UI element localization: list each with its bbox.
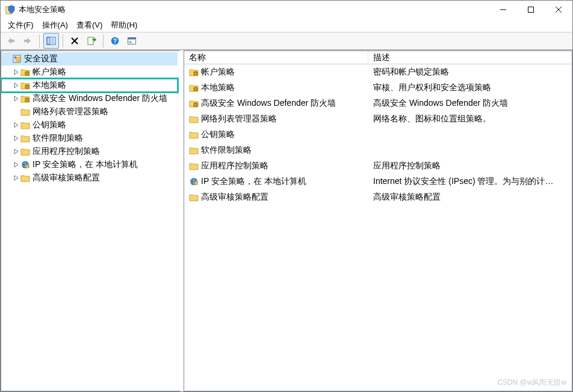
svg-rect-2 bbox=[528, 7, 534, 13]
tree-pane[interactable]: ▸ 安全设置 帐户策略本地策略高级安全 Windows Defender 防火墙… bbox=[1, 51, 180, 391]
list-cell-name: 应用程序控制策略 bbox=[184, 161, 368, 171]
tree-item-label: 高级安全 Windows Defender 防火墙 bbox=[33, 93, 167, 104]
tree-item[interactable]: 网络列表管理器策略 bbox=[1, 105, 178, 118]
list-row[interactable]: 高级审核策略配置高级审核策略配置 bbox=[184, 189, 572, 205]
tree-item[interactable]: 帐户策略 bbox=[1, 66, 178, 79]
tree-item[interactable]: IP 安全策略，在 本地计算机 bbox=[1, 158, 178, 171]
details-pane[interactable]: 名称 描述 帐户策略密码和帐户锁定策略本地策略审核、用户权利和安全选项策略高级安… bbox=[184, 51, 572, 391]
list-cell-desc: 审核、用户权利和安全选项策略 bbox=[368, 82, 572, 93]
svg-rect-14 bbox=[88, 37, 93, 44]
tree-item-label: 应用程序控制策略 bbox=[33, 146, 100, 157]
list-item-name: 公钥策略 bbox=[201, 129, 235, 140]
list-cell-desc: 应用程序控制策略 bbox=[368, 161, 572, 171]
list-row[interactable]: 高级安全 Windows Defender 防火墙高级安全 Windows De… bbox=[184, 96, 572, 111]
list-cell-name: 高级审核策略配置 bbox=[184, 192, 368, 203]
forward-button[interactable] bbox=[20, 33, 36, 49]
expand-chevron-icon[interactable] bbox=[12, 68, 20, 76]
folder-lock-icon bbox=[20, 94, 30, 103]
maximize-button[interactable] bbox=[517, 1, 545, 19]
list-cell-desc: 高级安全 Windows Defender 防火墙 bbox=[368, 98, 572, 109]
list-cell-desc: 高级审核策略配置 bbox=[368, 192, 572, 203]
folder-lock-icon bbox=[189, 99, 199, 108]
tree-root[interactable]: ▸ 安全设置 bbox=[1, 52, 178, 66]
toolbar-separator bbox=[103, 34, 104, 47]
list-item-name: 高级审核策略配置 bbox=[201, 192, 268, 203]
tree-item-label: 高级审核策略配置 bbox=[33, 173, 100, 183]
expand-chevron-icon[interactable] bbox=[12, 147, 20, 156]
console-root-icon bbox=[12, 54, 22, 64]
show-hide-tree-button[interactable] bbox=[43, 33, 59, 49]
list-row[interactable]: 软件限制策略 bbox=[184, 142, 572, 158]
svg-rect-6 bbox=[24, 40, 28, 42]
column-header-name[interactable]: 名称 bbox=[184, 51, 368, 64]
list-cell-desc: Internet 协议安全性 (IPsec) 管理。为与别的计… bbox=[368, 176, 572, 187]
tree-root-label: 安全设置 bbox=[24, 54, 58, 64]
svg-rect-30 bbox=[194, 72, 197, 75]
toolbar: ? bbox=[1, 32, 572, 50]
window-controls bbox=[489, 1, 572, 19]
menu-bar: 文件(F) 操作(A) 查看(V) 帮助(H) bbox=[1, 19, 572, 32]
list-cell-name: IP 安全策略，在 本地计算机 bbox=[184, 176, 368, 187]
expand-chevron-icon[interactable] bbox=[12, 174, 20, 182]
svg-rect-31 bbox=[194, 88, 197, 91]
app-icon bbox=[5, 5, 15, 14]
folder-icon bbox=[20, 133, 30, 143]
list-cell-name: 软件限制策略 bbox=[184, 145, 368, 156]
tree-item[interactable]: 高级安全 Windows Defender 防火墙 bbox=[1, 92, 178, 105]
folder-icon bbox=[189, 114, 199, 124]
window-title: 本地安全策略 bbox=[19, 4, 489, 15]
tree-item-label: 帐户策略 bbox=[33, 67, 66, 78]
list-item-name: 网络列表管理器策略 bbox=[201, 114, 277, 124]
tree-item[interactable]: 高级审核策略配置 bbox=[1, 171, 178, 185]
folder-icon bbox=[189, 130, 199, 139]
list-row[interactable]: 应用程序控制策略应用程序控制策略 bbox=[184, 158, 572, 174]
folder-lock-icon bbox=[189, 83, 199, 93]
list-row[interactable]: 网络列表管理器策略网络名称、图标和位置组策略。 bbox=[184, 111, 572, 127]
svg-rect-8 bbox=[47, 37, 50, 44]
list-row[interactable]: IP 安全策略，在 本地计算机Internet 协议安全性 (IPsec) 管理… bbox=[184, 174, 572, 189]
menu-view[interactable]: 查看(V) bbox=[73, 19, 106, 32]
toolbar-separator bbox=[63, 34, 63, 47]
help-button[interactable]: ? bbox=[107, 33, 123, 49]
list-row[interactable]: 公钥策略 bbox=[184, 127, 572, 142]
list-cell-name: 帐户策略 bbox=[184, 67, 368, 78]
column-header-desc[interactable]: 描述 bbox=[368, 51, 572, 64]
list-item-name: IP 安全策略，在 本地计算机 bbox=[201, 176, 306, 187]
list-cell-name: 网络列表管理器策略 bbox=[184, 114, 368, 124]
menu-help[interactable]: 帮助(H) bbox=[107, 19, 141, 32]
tree-item[interactable]: 应用程序控制策略 bbox=[1, 145, 178, 158]
close-button[interactable] bbox=[545, 1, 572, 19]
properties-button[interactable] bbox=[124, 33, 140, 49]
expand-chevron-icon[interactable] bbox=[12, 134, 20, 142]
tree-item[interactable]: 软件限制策略 bbox=[1, 132, 178, 145]
folder-icon bbox=[20, 147, 30, 156]
export-list-button[interactable] bbox=[84, 33, 99, 49]
expand-chevron-icon[interactable] bbox=[12, 81, 20, 90]
ipsec-icon bbox=[189, 177, 199, 186]
folder-lock-icon bbox=[20, 81, 30, 90]
menu-action[interactable]: 操作(A) bbox=[39, 19, 72, 32]
tree-item-label: 软件限制策略 bbox=[33, 133, 83, 144]
expand-chevron-icon[interactable] bbox=[12, 121, 20, 129]
list-cell-name: 公钥策略 bbox=[184, 129, 368, 140]
svg-rect-36 bbox=[194, 182, 197, 185]
minimize-button[interactable] bbox=[489, 1, 517, 19]
tree-item[interactable]: 本地策略 bbox=[1, 79, 178, 92]
back-button[interactable] bbox=[3, 33, 19, 49]
list-row[interactable]: 本地策略审核、用户权利和安全选项策略 bbox=[184, 80, 572, 96]
tree-item[interactable]: 公钥策略 bbox=[1, 118, 178, 132]
tree-item-label: 本地策略 bbox=[33, 80, 66, 91]
list-cell-desc: 密码和帐户锁定策略 bbox=[368, 67, 572, 78]
expand-chevron-icon[interactable] bbox=[12, 161, 20, 169]
folder-icon bbox=[189, 145, 199, 155]
svg-rect-25 bbox=[25, 99, 29, 102]
title-bar: 本地安全策略 bbox=[1, 1, 572, 19]
folder-lock-icon bbox=[20, 67, 30, 77]
delete-button[interactable] bbox=[67, 33, 82, 49]
menu-file[interactable]: 文件(F) bbox=[4, 19, 37, 32]
expand-chevron-icon[interactable] bbox=[12, 94, 20, 103]
svg-rect-24 bbox=[25, 85, 29, 88]
list-item-name: 应用程序控制策略 bbox=[201, 161, 268, 171]
list-row[interactable]: 帐户策略密码和帐户锁定策略 bbox=[184, 64, 572, 80]
folder-icon bbox=[20, 107, 30, 117]
